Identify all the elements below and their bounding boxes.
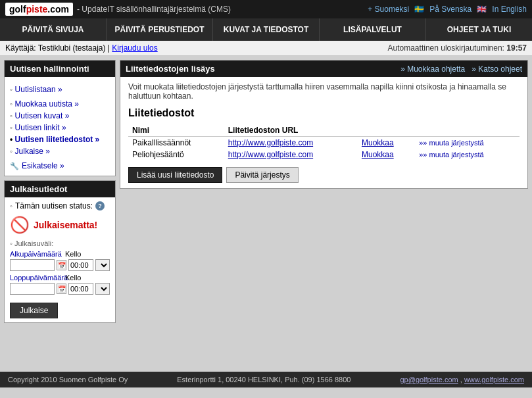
footer-email[interactable]: gp@golfpiste.com (400, 376, 458, 384)
userbar-right: Automaattinen uloskirjautuminen: 19:57 (388, 43, 527, 53)
wrench-icon: 🔧 (10, 162, 19, 170)
row1-action: Muokkaa (358, 137, 415, 149)
sidebar-esikatsele-label: Esikatsele » (22, 161, 64, 170)
checkbox-interval: ◦ (10, 239, 12, 247)
lang-sep1: 🇸🇪 (414, 5, 424, 14)
col-url-header: Liitetiedoston URL (224, 124, 358, 137)
row1-name: Paikalllissäännöt (128, 137, 224, 149)
pub-status-text: Julkaisematta! (34, 220, 97, 230)
news-management-box: Uutisen hallinnointi Uutislistaan » Muok… (4, 60, 116, 176)
update-order-button[interactable]: Päivitä järjestys (226, 167, 298, 183)
row1-muokkaa[interactable]: Muokkaa (362, 138, 394, 147)
sidebar-uutisen-kuvat[interactable]: Uutisen kuvat » (10, 110, 110, 122)
userbar-left: Käyttäjä: Testiklubi (testaaja) | Kirjau… (5, 43, 158, 53)
lang-en-link[interactable]: In English (492, 5, 527, 14)
content-box: Liitetiedostojen lisäys Muokkaa ohjetta … (120, 60, 528, 189)
row2-order: muuta järjestystä (415, 149, 520, 161)
nav-ohjeet-ja-tuki[interactable]: OHJEET JA TUKI (426, 18, 532, 41)
sidebar-uutisen-linkit[interactable]: Uutisen linkit » (10, 122, 110, 134)
col-action-header (358, 124, 415, 137)
pub-status: 🚫 Julkaisematta! (10, 216, 110, 234)
pub-start-time-label: Kello (65, 250, 81, 258)
row1-url: http://www.golfpiste.com (224, 137, 358, 149)
lang-sv-link[interactable]: På Svenska (429, 5, 472, 14)
pub-end-time-select[interactable]: ▼ (95, 283, 110, 295)
pub-status-label: Tämän uutisen status: (15, 201, 93, 211)
sidebar-esikatsele[interactable]: 🔧 Esikatsele » (10, 160, 110, 172)
content: Liitetiedostojen lisäys Muokkaa ohjetta … (120, 60, 528, 368)
file-table: Nimi Liitetiedoston URL Paikalllissäännö… (128, 124, 520, 161)
logout-link[interactable]: Kirjaudu ulos (112, 43, 157, 53)
lang-fi-link[interactable]: + Suomeksi (368, 5, 409, 14)
userbar: Käyttäjä: Testiklubi (testaaja) | Kirjau… (0, 41, 532, 56)
col-name-header: Nimi (128, 124, 224, 137)
add-attachment-button[interactable]: Lisää uusi liitetiedosto (128, 167, 222, 183)
row2-order-link[interactable]: muuta järjestystä (419, 151, 483, 159)
sidebar-muokkaa-uutista[interactable]: Muokkaa uutista » (10, 98, 110, 110)
header-subtitle: - UpdateIT sisällönhallintajärjestelmä (… (77, 5, 231, 14)
footer-copyright: Copyright 2010 Suomen Golfpiste Oy (8, 376, 128, 384)
content-header-links: Muokkaa ohjetta Katso ohjeet (400, 64, 522, 74)
pub-start-time-select[interactable]: ▼ (95, 259, 110, 271)
col-order-header (415, 124, 520, 137)
nav-paivita-perustiedot[interactable]: PÄIVITÄ PERUSTIEDOT (107, 18, 213, 41)
lang-sep2: 🇬🇧 (477, 5, 487, 14)
nav-paivita-sivuja[interactable]: PÄIVITÄ SIVUJA (0, 18, 107, 41)
row2-action: Muokkaa (358, 149, 415, 161)
publication-box: Julkaisutiedot ◦ Tämän uutisen status: ?… (4, 180, 116, 323)
header: golfpiste.com - UpdateIT sisällönhallint… (0, 0, 532, 18)
pub-start-date-input[interactable] (10, 259, 55, 271)
help-icon[interactable]: ? (95, 201, 105, 211)
pub-end-inputs: 📅 ▼ (10, 283, 110, 295)
pub-start-labels: Alkupäivämäärä Kello (10, 250, 110, 258)
header-left: golfpiste.com - UpdateIT sisällönhallint… (5, 3, 231, 16)
footer: Copyright 2010 Suomen Golfpiste Oy Ester… (0, 372, 532, 387)
content-body: Voit muokata liitetiedostojen järjestyst… (120, 77, 527, 188)
sidebar-uutisen-liitetiedostot[interactable]: Uutisen liitetiedostot » (10, 134, 110, 145)
row1-order-link[interactable]: muuta järjestystä (419, 139, 483, 147)
pub-end-labels: Loppupäivämäärä Kello (10, 274, 110, 282)
pub-end-label: Loppupäivämäärä (10, 274, 62, 282)
nav-lisapalvelut[interactable]: LISÄPALVELUT (320, 18, 426, 41)
row1-url-link[interactable]: http://www.golfpiste.com (228, 138, 313, 147)
status-row: ◦ Tämän uutisen status: ? (10, 201, 110, 211)
no-icon: 🚫 (10, 216, 30, 234)
userbar-prefix: Käyttäjä: Testiklubi (testaaja) | (5, 43, 110, 53)
row1-order: muuta järjestystä (415, 137, 520, 149)
table-row: Peliohjesääntö http://www.golfpiste.com … (128, 149, 520, 161)
navbar: PÄIVITÄ SIVUJA PÄIVITÄ PERUSTIEDOT KUVAT… (0, 18, 532, 41)
footer-address: Esterinportti 1, 00240 HELSINKI, Puh. (0… (177, 376, 351, 384)
content-header-title: Liitetiedostojen lisäys (126, 64, 215, 74)
checkbox-status: ◦ (10, 202, 12, 210)
pub-end-time-input[interactable] (68, 283, 93, 295)
news-management-body: Uutislistaan » Muokkaa uutista » Uutisen… (5, 77, 115, 176)
pub-end-date-input[interactable] (10, 283, 55, 295)
content-header: Liitetiedostojen lisäys Muokkaa ohjetta … (120, 61, 527, 77)
header-lang: + Suomeksi 🇸🇪 På Svenska 🇬🇧 In English (368, 5, 527, 14)
edit-guide-link[interactable]: Muokkaa ohjetta (400, 64, 465, 74)
table-header-row: Nimi Liitetiedoston URL (128, 124, 520, 137)
row2-url-link[interactable]: http://www.golfpiste.com (228, 150, 313, 159)
sidebar-julkaise[interactable]: Julkaise » (10, 145, 110, 157)
row2-url: http://www.golfpiste.com (224, 149, 358, 161)
info-text: Voit muokata liitetiedostojen järjestyst… (128, 82, 520, 101)
footer-website[interactable]: www.golfpiste.com (464, 376, 524, 384)
news-management-header: Uutisen hallinnointi (5, 61, 115, 77)
julkaise-button[interactable]: Julkaise (10, 303, 58, 318)
table-row: Paikalllissäännöt http://www.golfpiste.c… (128, 137, 520, 149)
pub-start-label: Alkupäivämäärä (10, 250, 62, 258)
pub-start-inputs: 📅 ▼ (10, 259, 110, 271)
pub-start-time-input[interactable] (68, 259, 93, 271)
nav-kuvat-ja-tiedostot[interactable]: KUVAT JA TIEDOSTOT (213, 18, 320, 41)
section-title: Liitetiedostot (128, 107, 520, 119)
pub-end-cal-icon[interactable]: 📅 (57, 284, 66, 294)
view-guide-link[interactable]: Katso ohjeet (472, 64, 522, 74)
footer-links: gp@golfpiste.com , www.golfpiste.com (400, 376, 524, 384)
row2-muokkaa[interactable]: Muokkaa (362, 150, 394, 159)
auto-logout-label: Automaattinen uloskirjautuminen: (388, 43, 504, 53)
logout-timer: 19:57 (506, 43, 527, 53)
logo: golfpiste.com (5, 3, 73, 16)
pub-start-cal-icon[interactable]: 📅 (57, 260, 66, 270)
row2-name: Peliohjesääntö (128, 149, 224, 161)
sidebar-uutislistaan[interactable]: Uutislistaan » (10, 84, 110, 95)
